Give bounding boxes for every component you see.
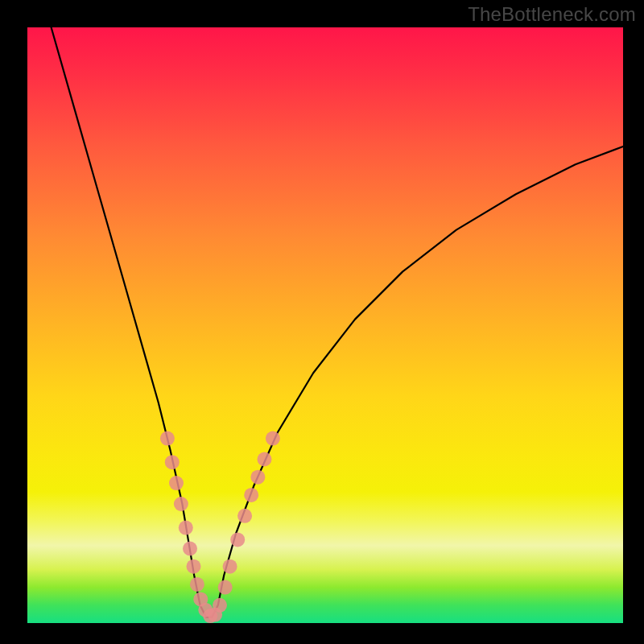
data-marker xyxy=(266,431,280,446)
data-marker xyxy=(187,559,201,574)
data-marker xyxy=(230,532,245,547)
curve-svg xyxy=(27,27,623,623)
watermark-text: TheBottleneck.com xyxy=(468,3,636,26)
chart-frame: TheBottleneck.com xyxy=(0,0,644,644)
data-marker xyxy=(169,476,184,490)
data-marker xyxy=(237,509,252,523)
data-marker xyxy=(190,577,204,592)
data-marker xyxy=(174,497,188,511)
data-marker xyxy=(165,455,180,469)
data-marker xyxy=(218,580,233,595)
data-marker xyxy=(250,470,265,485)
data-marker xyxy=(179,521,193,535)
data-marker xyxy=(183,542,197,556)
data-marker xyxy=(223,559,237,574)
plot-area xyxy=(27,27,623,623)
data-marker xyxy=(244,488,258,502)
data-marker xyxy=(213,598,227,613)
data-marker xyxy=(160,431,175,446)
data-marker xyxy=(258,452,272,467)
bottleneck-curve xyxy=(52,27,623,617)
